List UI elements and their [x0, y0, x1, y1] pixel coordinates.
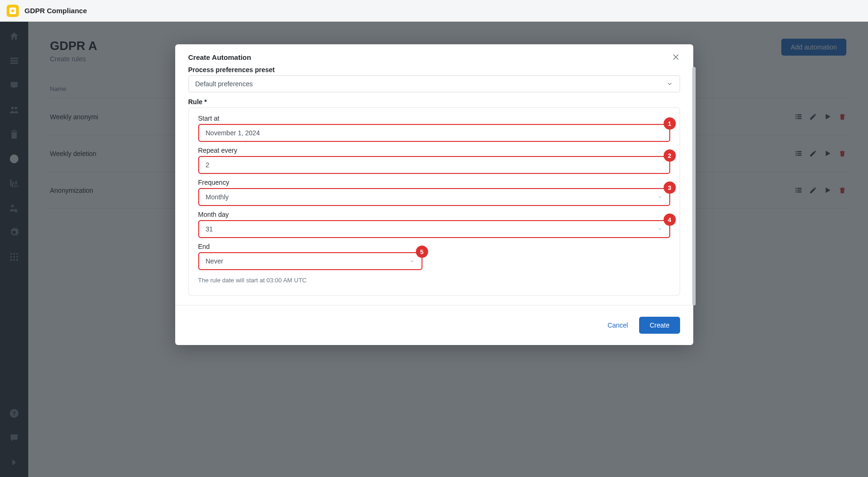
cancel-button[interactable]: Cancel: [608, 321, 628, 329]
end-value: Never: [206, 257, 223, 265]
create-button[interactable]: Create: [639, 317, 680, 334]
preset-label: Process preferences preset: [188, 66, 680, 74]
frequency-value: Monthly: [206, 193, 229, 201]
rule-hint: The rule date will start at 03:00 AM UTC: [198, 277, 670, 284]
preset-value: Default preferences: [195, 80, 253, 88]
callout-badge-1: 1: [664, 117, 676, 130]
callout-badge-5: 5: [416, 246, 428, 258]
chevron-down-icon: [666, 81, 673, 87]
callout-badge-2: 2: [664, 149, 676, 162]
repeat-every-input[interactable]: 2: [198, 156, 670, 174]
month-day-select[interactable]: 31: [198, 220, 670, 238]
chevron-down-icon: [657, 226, 663, 232]
frequency-select[interactable]: Monthly: [198, 188, 670, 206]
rule-group: Start at November 1, 2024 1 Repeat every…: [188, 107, 680, 296]
repeat-label: Repeat every: [198, 147, 670, 154]
create-automation-modal: Create Automation Process preferences pr…: [175, 44, 693, 345]
chevron-down-icon: [409, 258, 415, 264]
start-at-value: November 1, 2024: [206, 129, 260, 137]
app-title: GDPR Compliance: [24, 7, 87, 15]
modal-title: Create Automation: [188, 53, 251, 61]
callout-badge-4: 4: [664, 214, 676, 226]
modal-overlay: Create Automation Process preferences pr…: [0, 22, 868, 477]
monthday-label: Month day: [198, 211, 670, 218]
repeat-value: 2: [206, 161, 210, 169]
end-select[interactable]: Never: [198, 252, 422, 270]
end-label: End: [198, 243, 670, 250]
rule-label: Rule *: [188, 98, 680, 106]
app-header: GDPR Compliance: [0, 0, 868, 22]
callout-badge-3: 3: [664, 181, 676, 194]
month-day-value: 31: [206, 225, 213, 233]
close-icon[interactable]: [672, 53, 680, 61]
app-logo-icon: [7, 5, 19, 17]
frequency-label: Frequency: [198, 179, 670, 186]
start-at-input[interactable]: November 1, 2024: [198, 124, 670, 142]
preset-select[interactable]: Default preferences: [188, 75, 680, 92]
chevron-down-icon: [657, 194, 663, 200]
start-label: Start at: [198, 115, 670, 122]
modal-scrollbar[interactable]: [692, 67, 696, 305]
